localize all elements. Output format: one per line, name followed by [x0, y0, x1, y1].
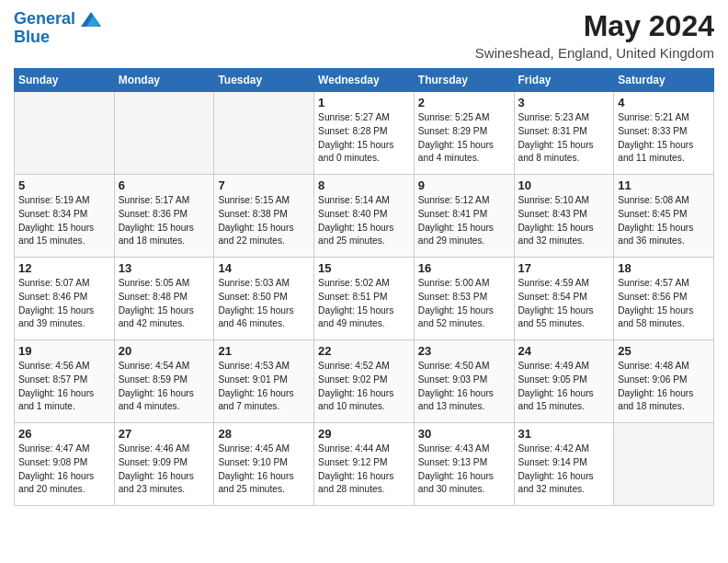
day-info: Sunrise: 5:02 AMSunset: 8:51 PMDaylight:… [318, 277, 410, 331]
day-info: Sunrise: 5:23 AMSunset: 8:31 PMDaylight:… [518, 111, 610, 166]
title-area: May 2024 Swineshead, England, United Kin… [475, 9, 714, 61]
day-info: Sunrise: 4:50 AMSunset: 9:03 PMDaylight:… [418, 360, 510, 414]
day-number: 21 [218, 344, 310, 358]
sunset-text: Sunset: 8:54 PM [518, 291, 610, 304]
sunset-text: Sunset: 8:41 PM [418, 208, 510, 222]
daylight-text: Daylight: 15 hours and 49 minutes. [318, 304, 410, 332]
calendar-cell: 11Sunrise: 5:08 AMSunset: 8:45 PMDayligh… [614, 175, 714, 258]
calendar-cell [114, 92, 214, 175]
sunset-text: Sunset: 8:33 PM [618, 125, 710, 139]
day-number: 20 [119, 344, 210, 358]
sunset-text: Sunset: 9:12 PM [318, 456, 410, 470]
daylight-text: Daylight: 15 hours and 42 minutes. [119, 304, 210, 332]
calendar-cell: 22Sunrise: 4:52 AMSunset: 9:02 PMDayligh… [314, 340, 415, 423]
calendar-cell: 10Sunrise: 5:10 AMSunset: 8:43 PMDayligh… [514, 175, 614, 258]
sunrise-text: Sunrise: 4:57 AM [618, 277, 710, 291]
sunrise-text: Sunrise: 4:47 AM [18, 442, 110, 456]
calendar-cell: 29Sunrise: 4:44 AMSunset: 9:12 PMDayligh… [314, 423, 415, 506]
calendar-cell: 23Sunrise: 4:50 AMSunset: 9:03 PMDayligh… [414, 340, 514, 423]
daylight-text: Daylight: 15 hours and 55 minutes. [518, 304, 610, 332]
calendar-cell: 4Sunrise: 5:21 AMSunset: 8:33 PMDaylight… [614, 92, 714, 175]
sunrise-text: Sunrise: 4:48 AM [618, 360, 710, 373]
day-number: 8 [318, 178, 410, 192]
sunset-text: Sunset: 8:53 PM [418, 291, 510, 304]
calendar-cell: 20Sunrise: 4:54 AMSunset: 8:59 PMDayligh… [114, 340, 214, 423]
day-info: Sunrise: 5:19 AMSunset: 8:34 PMDaylight:… [18, 194, 110, 248]
sunset-text: Sunset: 8:43 PM [518, 208, 610, 222]
day-info: Sunrise: 4:47 AMSunset: 9:08 PMDaylight:… [18, 442, 110, 497]
calendar-cell [15, 92, 115, 175]
location-title: Swineshead, England, United Kingdom [475, 45, 714, 61]
day-info: Sunrise: 4:54 AMSunset: 8:59 PMDaylight:… [119, 360, 210, 414]
sunrise-text: Sunrise: 5:14 AM [318, 194, 410, 208]
daylight-text: Daylight: 16 hours and 13 minutes. [418, 387, 510, 415]
daylight-text: Daylight: 16 hours and 7 minutes. [218, 387, 310, 415]
daylight-text: Daylight: 16 hours and 25 minutes. [218, 470, 310, 498]
day-info: Sunrise: 4:52 AMSunset: 9:02 PMDaylight:… [318, 360, 410, 414]
sunset-text: Sunset: 8:51 PM [318, 291, 410, 304]
day-info: Sunrise: 5:07 AMSunset: 8:46 PMDaylight:… [18, 277, 110, 331]
day-number: 11 [618, 178, 710, 192]
calendar-cell: 30Sunrise: 4:43 AMSunset: 9:13 PMDayligh… [414, 423, 514, 506]
calendar-cell: 13Sunrise: 5:05 AMSunset: 8:48 PMDayligh… [114, 258, 214, 340]
sunset-text: Sunset: 8:31 PM [518, 125, 610, 139]
sunset-text: Sunset: 8:59 PM [119, 373, 210, 387]
calendar-week-3: 12Sunrise: 5:07 AMSunset: 8:46 PMDayligh… [15, 258, 714, 340]
calendar-cell: 17Sunrise: 4:59 AMSunset: 8:54 PMDayligh… [514, 258, 614, 340]
calendar-week-4: 19Sunrise: 4:56 AMSunset: 8:57 PMDayligh… [15, 340, 714, 423]
day-number: 3 [518, 96, 610, 109]
sunrise-text: Sunrise: 5:07 AM [18, 277, 110, 291]
daylight-text: Daylight: 15 hours and 0 minutes. [318, 139, 410, 167]
day-number: 19 [18, 344, 110, 358]
day-number: 13 [119, 261, 210, 275]
calendar-table: SundayMondayTuesdayWednesdayThursdayFrid… [14, 68, 714, 506]
sunset-text: Sunset: 8:50 PM [218, 291, 310, 304]
sunset-text: Sunset: 9:02 PM [318, 373, 410, 387]
day-number: 23 [418, 344, 510, 358]
day-number: 9 [418, 178, 510, 192]
sunrise-text: Sunrise: 5:05 AM [119, 277, 210, 291]
day-number: 10 [518, 178, 610, 192]
day-number: 24 [518, 344, 610, 358]
calendar-cell: 1Sunrise: 5:27 AMSunset: 8:28 PMDaylight… [314, 92, 415, 175]
sunrise-text: Sunrise: 5:19 AM [18, 194, 110, 208]
sunset-text: Sunset: 8:56 PM [618, 291, 710, 304]
sunrise-text: Sunrise: 5:08 AM [618, 194, 710, 208]
logo-icon [81, 9, 101, 29]
sunrise-text: Sunrise: 4:45 AM [218, 442, 310, 456]
sunset-text: Sunset: 8:29 PM [418, 125, 510, 139]
calendar-cell: 21Sunrise: 4:53 AMSunset: 9:01 PMDayligh… [214, 340, 314, 423]
sunrise-text: Sunrise: 4:42 AM [518, 442, 610, 456]
day-number: 12 [18, 261, 110, 275]
daylight-text: Daylight: 15 hours and 46 minutes. [218, 304, 310, 332]
day-info: Sunrise: 4:44 AMSunset: 9:12 PMDaylight:… [318, 442, 410, 497]
sunset-text: Sunset: 8:38 PM [218, 208, 310, 222]
day-info: Sunrise: 4:59 AMSunset: 8:54 PMDaylight:… [518, 277, 610, 331]
sunrise-text: Sunrise: 5:23 AM [518, 111, 610, 125]
daylight-text: Daylight: 16 hours and 18 minutes. [618, 387, 710, 415]
day-number: 7 [218, 178, 310, 192]
calendar-cell: 3Sunrise: 5:23 AMSunset: 8:31 PMDaylight… [514, 92, 614, 175]
day-info: Sunrise: 5:27 AMSunset: 8:28 PMDaylight:… [318, 111, 410, 166]
calendar-cell: 16Sunrise: 5:00 AMSunset: 8:53 PMDayligh… [414, 258, 514, 340]
sunset-text: Sunset: 9:09 PM [119, 456, 210, 470]
day-info: Sunrise: 4:49 AMSunset: 9:05 PMDaylight:… [518, 360, 610, 414]
sunset-text: Sunset: 8:45 PM [618, 208, 710, 222]
day-number: 15 [318, 261, 410, 275]
sunset-text: Sunset: 9:06 PM [618, 373, 710, 387]
day-info: Sunrise: 4:45 AMSunset: 9:10 PMDaylight:… [218, 442, 310, 497]
weekday-header-friday: Friday [514, 69, 614, 92]
day-number: 1 [318, 96, 410, 109]
weekday-header-monday: Monday [114, 69, 214, 92]
day-number: 22 [318, 344, 410, 358]
sunrise-text: Sunrise: 4:52 AM [318, 360, 410, 373]
calendar-cell: 7Sunrise: 5:15 AMSunset: 8:38 PMDaylight… [214, 175, 314, 258]
weekday-header-row: SundayMondayTuesdayWednesdayThursdayFrid… [15, 69, 714, 92]
day-info: Sunrise: 5:03 AMSunset: 8:50 PMDaylight:… [218, 277, 310, 331]
day-info: Sunrise: 5:10 AMSunset: 8:43 PMDaylight:… [518, 194, 610, 248]
day-info: Sunrise: 5:15 AMSunset: 8:38 PMDaylight:… [218, 194, 310, 248]
sunrise-text: Sunrise: 5:03 AM [218, 277, 310, 291]
day-info: Sunrise: 5:14 AMSunset: 8:40 PMDaylight:… [318, 194, 410, 248]
day-info: Sunrise: 5:17 AMSunset: 8:36 PMDaylight:… [119, 194, 210, 248]
sunrise-text: Sunrise: 5:25 AM [418, 111, 510, 125]
